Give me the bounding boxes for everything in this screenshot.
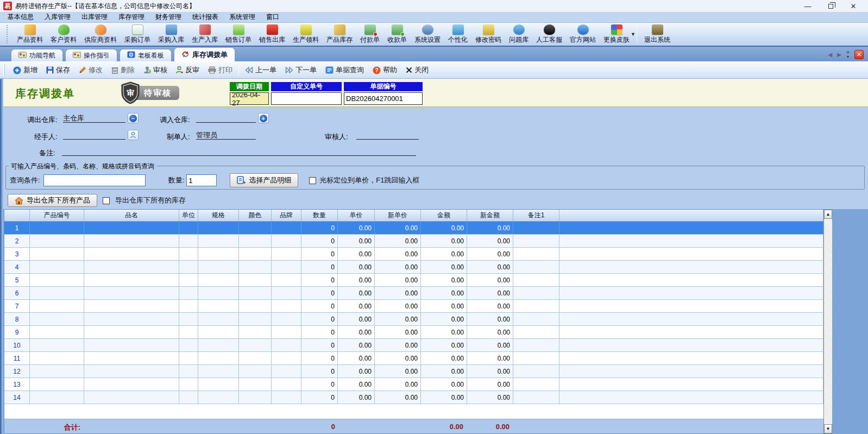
- cell-4[interactable]: [198, 274, 239, 286]
- toolbar-sales-out[interactable]: 销售出库: [255, 24, 289, 45]
- cell-7[interactable]: 0: [301, 287, 338, 299]
- cell-5[interactable]: [239, 222, 272, 234]
- table-row[interactable]: 500.000.000.000.00: [4, 274, 823, 287]
- scroll-up-button[interactable]: ▲: [824, 210, 832, 219]
- toolbar-customer-service[interactable]: 人工客服: [532, 24, 566, 45]
- cell-1[interactable]: [30, 313, 84, 325]
- cell-3[interactable]: [179, 222, 198, 234]
- cell-4[interactable]: [198, 339, 239, 351]
- cell-6[interactable]: [272, 300, 301, 312]
- cell-7[interactable]: 0: [301, 313, 338, 325]
- table-row[interactable]: 1000.000.000.000.00: [4, 339, 823, 352]
- audit-button[interactable]: 审核: [139, 64, 172, 77]
- column-header-1[interactable]: 产品编号: [30, 210, 84, 221]
- cell-1[interactable]: [30, 352, 84, 364]
- cell-8[interactable]: 0.00: [338, 274, 375, 286]
- cell-8[interactable]: 0.00: [338, 391, 375, 404]
- cell-2[interactable]: [84, 274, 179, 286]
- cell-1[interactable]: [30, 248, 84, 260]
- cell-2[interactable]: [84, 391, 179, 404]
- price-focus-checkbox[interactable]: [309, 177, 316, 184]
- cell-12[interactable]: [513, 248, 559, 260]
- cell-11[interactable]: 0.00: [467, 352, 513, 364]
- cell-10[interactable]: 0.00: [421, 287, 467, 299]
- cell-6[interactable]: [272, 313, 301, 325]
- cell-9[interactable]: 0.00: [375, 352, 421, 364]
- toolbar-exit-system[interactable]: 退出系统: [640, 24, 674, 45]
- cell-4[interactable]: [198, 300, 239, 312]
- cell-11[interactable]: 0.00: [467, 326, 513, 338]
- cell-12[interactable]: [513, 326, 559, 338]
- cell-11[interactable]: 0.00: [467, 248, 513, 260]
- cell-5[interactable]: [239, 235, 272, 247]
- export-all-stock-checkbox[interactable]: [103, 197, 110, 204]
- column-header-12[interactable]: 备注1: [513, 210, 559, 221]
- cell-8[interactable]: 0.00: [338, 326, 375, 338]
- cell-6[interactable]: [272, 235, 301, 247]
- cell-7[interactable]: 0: [301, 222, 338, 234]
- cell-10[interactable]: 0.00: [421, 248, 467, 260]
- dropdown-caret-icon[interactable]: ▼: [631, 32, 636, 37]
- cell-8[interactable]: 0.00: [338, 300, 375, 312]
- cell-12[interactable]: [513, 313, 559, 325]
- column-header-7[interactable]: 数量: [301, 210, 338, 221]
- out-warehouse-remove-button[interactable]: −: [128, 113, 139, 123]
- cell-5[interactable]: [239, 313, 272, 325]
- cell-7[interactable]: 0: [301, 274, 338, 286]
- column-header-9[interactable]: 新单价: [375, 210, 421, 221]
- cell-10[interactable]: 0.00: [421, 222, 467, 234]
- cell-10[interactable]: 0.00: [421, 378, 467, 391]
- minimize-button[interactable]: —: [796, 1, 819, 11]
- cell-filler[interactable]: [559, 352, 823, 364]
- cell-3[interactable]: [179, 261, 198, 273]
- menu-basic-info[interactable]: 基本信息: [2, 11, 39, 23]
- cell-10[interactable]: 0.00: [421, 261, 467, 273]
- cell-3[interactable]: [179, 313, 198, 325]
- toolbar-purchase-order[interactable]: 采购订单: [121, 24, 154, 45]
- tab-scroll-right-icon[interactable]: ▶: [837, 52, 841, 58]
- cell-11[interactable]: 0.00: [467, 339, 513, 351]
- cell-9[interactable]: 0.00: [375, 339, 421, 351]
- cell-3[interactable]: [179, 352, 198, 364]
- remark-field[interactable]: [62, 147, 416, 156]
- cell-3[interactable]: [179, 287, 198, 299]
- toolbar-grip[interactable]: [7, 25, 9, 43]
- cell-10[interactable]: 0.00: [421, 326, 467, 338]
- cell-11[interactable]: 0.00: [467, 222, 513, 234]
- toolbar-product-data[interactable]: 产品资料: [13, 24, 47, 45]
- column-header-8[interactable]: 单价: [338, 210, 375, 221]
- cell-12[interactable]: [513, 378, 559, 391]
- restore-button[interactable]: [819, 1, 842, 11]
- cell-5[interactable]: [239, 300, 272, 312]
- doc-number-input[interactable]: [346, 95, 420, 103]
- cell-3[interactable]: [179, 326, 198, 338]
- cell-filler[interactable]: [559, 378, 823, 391]
- cell-7[interactable]: 0: [301, 326, 338, 338]
- cell-11[interactable]: 0.00: [467, 235, 513, 247]
- table-row[interactable]: 200.000.000.000.00: [4, 235, 823, 248]
- cell-filler[interactable]: [559, 248, 823, 260]
- cell-8[interactable]: 0.00: [338, 352, 375, 364]
- modify-button[interactable]: 修改: [74, 64, 107, 77]
- cell-9[interactable]: 0.00: [375, 222, 421, 234]
- cell-11[interactable]: 0.00: [467, 287, 513, 299]
- unaudit-button[interactable]: 反审: [172, 64, 204, 77]
- query-condition-input[interactable]: [43, 174, 146, 186]
- cell-12[interactable]: [513, 352, 559, 364]
- cell-10[interactable]: 0.00: [421, 365, 467, 378]
- cell-filler[interactable]: [559, 274, 823, 286]
- scroll-down-button[interactable]: ▼: [824, 424, 832, 433]
- cell-12[interactable]: [513, 287, 559, 299]
- cell-2[interactable]: [84, 222, 179, 234]
- print-button[interactable]: 打印: [204, 64, 237, 77]
- column-header-6[interactable]: 品牌: [272, 210, 301, 221]
- menu-window[interactable]: 窗口: [261, 11, 285, 23]
- cell-8[interactable]: 0.00: [338, 222, 375, 234]
- cell-11[interactable]: 0.00: [467, 313, 513, 325]
- export-warehouse-products-button[interactable]: 导出仓库下所有产品: [8, 194, 97, 207]
- cell-6[interactable]: [272, 261, 301, 273]
- column-header-2[interactable]: 品名: [84, 210, 179, 221]
- cell-6[interactable]: [272, 274, 301, 286]
- cell-4[interactable]: [198, 235, 239, 247]
- vertical-scrollbar[interactable]: ▲ ▼: [823, 210, 832, 433]
